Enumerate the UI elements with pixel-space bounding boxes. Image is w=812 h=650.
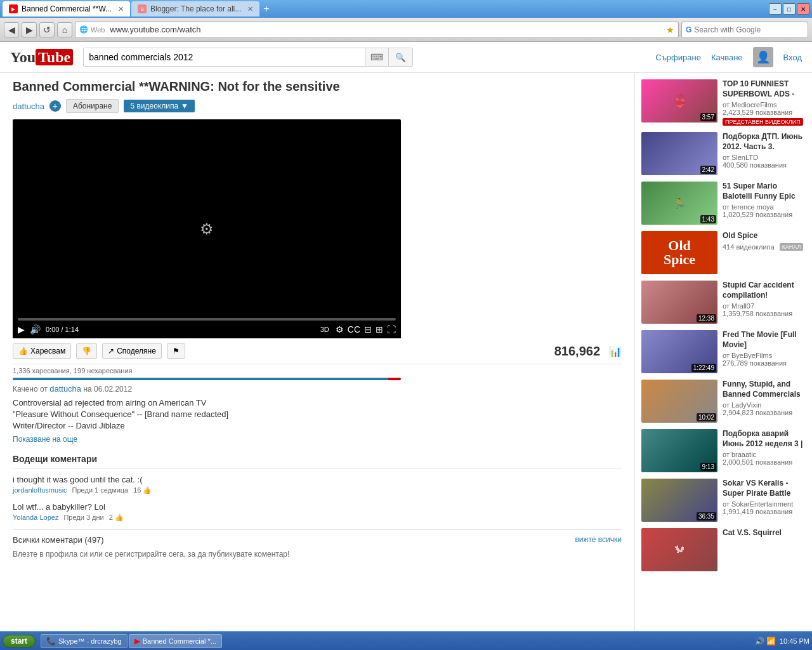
address-bar[interactable]: 🌐 Web ★	[75, 22, 679, 38]
video-count-button[interactable]: 5 видеоклипа ▼	[124, 100, 195, 112]
browser-window: ▶ Banned Commercial **W... ✕ B Blogger: …	[0, 0, 812, 650]
bookmark-star[interactable]: ★	[666, 25, 674, 35]
taskbar-right: 🔊 📶 10:45 PM	[755, 637, 809, 646]
forward-button[interactable]: ▶	[22, 22, 37, 37]
sidebar-video-6[interactable]: 1:22:49 Fred The Movie [Full Movie] от B…	[641, 330, 806, 373]
volume-button[interactable]: 🔊	[30, 324, 41, 335]
keyboard-button[interactable]: ⌨	[365, 48, 388, 66]
sidebar-thumb-2: 2:42	[641, 132, 717, 175]
comment-author-1[interactable]: jordanloftusmusic	[13, 486, 67, 494]
youtube-search[interactable]: ⌨ 🔍	[83, 48, 413, 67]
old-spice-logo: OldSpice	[664, 239, 695, 267]
address-input[interactable]	[110, 25, 664, 34]
subscribe-plus-button[interactable]: +	[49, 100, 61, 112]
youtube-logo[interactable]: YouTube	[10, 49, 73, 66]
sidebar-thumb-7: 10:02	[641, 380, 717, 423]
show-more-link[interactable]: Показване на още	[13, 435, 622, 444]
youtube-header: YouTube ⌨ 🔍 Сърфиране Качване 👤 Вход	[0, 42, 812, 73]
sidebar-video-2[interactable]: 2:42 Подборка ДТП. Июнь 2012. Часть 3. о…	[641, 132, 806, 175]
subscribe-button[interactable]: Абониране	[66, 99, 119, 113]
sidebar-views-7: 2,904,823 показвания	[723, 409, 806, 416]
back-button[interactable]: ◀	[4, 22, 19, 37]
settings-button[interactable]: ⚙	[336, 324, 344, 335]
tab-favicon-1: ▶	[9, 4, 18, 13]
sidebar-thumb-3: 🏃 1:43	[641, 182, 717, 225]
sidebar-video-1[interactable]: 👙 3:57 TOP 10 FUNNIEST SUPERBOWL ADS - о…	[641, 79, 806, 126]
sidebar-title-10: Cat V.S. Squirrel	[723, 528, 806, 538]
stats-icon[interactable]: 📊	[609, 345, 622, 357]
active-tab[interactable]: ▶ Banned Commercial **W... ✕	[3, 1, 130, 17]
sidebar-info-10: Cat V.S. Squirrel	[723, 528, 806, 571]
logo-tube: Tube	[36, 49, 73, 65]
upload-on-label: на	[83, 385, 94, 394]
share-button[interactable]: ↗ Споделяне	[102, 343, 162, 359]
sidebar-video-5[interactable]: 12:38 Stupid Car accident compilation! о…	[641, 281, 806, 324]
sidebar: 👙 3:57 TOP 10 FUNNIEST SUPERBOWL ADS - о…	[634, 73, 812, 631]
share-icon: ↗	[108, 347, 114, 355]
sidebar-title-1: TOP 10 FUNNIEST SUPERBOWL ADS -	[723, 79, 806, 99]
thumb-duration-5: 12:38	[697, 314, 716, 322]
video-player[interactable]: ⚙ ▶ 🔊 0:00 / 1:14	[13, 119, 401, 338]
all-comments-title: Всички коментари (497)	[13, 535, 104, 545]
time-display: 0:00 / 1:14	[46, 326, 79, 333]
search-input[interactable]	[694, 25, 804, 34]
sidebar-thumb-10: 🐿	[641, 528, 717, 571]
comment-input-row: Влезте в профила си или се регистрирайте…	[13, 550, 622, 559]
sidebar-views-8: 2,000,501 показвания	[723, 458, 806, 466]
progress-bar[interactable]	[18, 318, 396, 321]
sidebar-info-9: Sokar VS Keralis - Super Pirate Battle о…	[723, 479, 806, 522]
title-bar: ▶ Banned Commercial **W... ✕ B Blogger: …	[0, 0, 812, 18]
tab-close-1[interactable]: ✕	[118, 5, 124, 13]
comment-item-2: Lol wtf... a babykiller? Lol Yolanda Lop…	[13, 502, 622, 522]
featured-badge-1: ПРЕДСТАВЕН ВИДЕОКЛИП	[723, 118, 803, 126]
like-button[interactable]: 👍 Харесвам	[13, 343, 71, 359]
sidebar-video-3[interactable]: 🏃 1:43 51 Super Mario Balotelli Funny Ep…	[641, 182, 806, 225]
small-player-button[interactable]: ⊟	[364, 324, 372, 335]
3d-button[interactable]: 3D	[318, 324, 332, 335]
comment-author-2[interactable]: Yolanda Lopez	[13, 514, 58, 521]
play-button[interactable]: ▶	[18, 324, 25, 335]
flag-button[interactable]: ⚑	[167, 343, 185, 359]
minimize-button[interactable]: −	[769, 3, 782, 15]
sidebar-video-8[interactable]: 9:13 Подборка аварий Июнь 2012 неделя 3 …	[641, 429, 806, 472]
sidebar-channel-1: от MediocreFilms	[723, 101, 806, 109]
inactive-tab[interactable]: B Blogger: The place for all... ✕	[131, 1, 259, 17]
time-total: 1:14	[65, 326, 79, 333]
sidebar-video-10[interactable]: 🐿 Cat V.S. Squirrel	[641, 528, 806, 571]
fullscreen-button[interactable]: ⛶	[387, 324, 396, 335]
close-button[interactable]: ✕	[797, 3, 809, 15]
sidebar-info-5: Stupid Car accident compilation! от Mral…	[723, 281, 806, 324]
user-avatar[interactable]: 👤	[753, 47, 773, 67]
upload-date: 06.02.2012	[94, 385, 132, 394]
comment-text-1: i thought it was good until the cat. :(	[13, 475, 622, 484]
reload-button[interactable]: ↺	[39, 22, 55, 37]
maximize-button[interactable]: □	[783, 3, 796, 15]
window-controls: − □ ✕	[769, 3, 809, 15]
search-bar[interactable]: G	[681, 22, 808, 38]
view-all-link[interactable]: вижте всички	[575, 535, 622, 544]
right-controls: 3D ⚙ CC ⊟ ⊞ ⛶	[318, 324, 396, 335]
sidebar-channel-8: от braaatic	[723, 451, 806, 458]
upload-link[interactable]: Качване	[711, 53, 743, 62]
like-count-1: 16	[133, 486, 141, 494]
taskbar-item-2[interactable]: ▶ Banned Commercial *...	[129, 634, 222, 648]
search-button[interactable]: 🔍	[388, 48, 412, 66]
sidebar-video-7[interactable]: 10:02 Funny, Stupid, and Banned Commerci…	[641, 380, 806, 423]
sidebar-video-9[interactable]: 36:35 Sokar VS Keralis - Super Pirate Ba…	[641, 479, 806, 522]
youtube-search-input[interactable]	[84, 48, 365, 66]
captions-button[interactable]: CC	[348, 324, 360, 335]
channel-name[interactable]: dattucha	[13, 102, 44, 111]
theater-button[interactable]: ⊞	[376, 324, 383, 335]
uploader-link[interactable]: dattucha	[49, 384, 81, 394]
taskbar-item-1[interactable]: 📞 Skype™ - drcrazybg	[41, 634, 128, 648]
tab-close-2[interactable]: ✕	[247, 5, 253, 13]
tab-favicon-2: B	[138, 4, 147, 13]
home-button[interactable]: ⌂	[57, 22, 72, 37]
start-button[interactable]: start	[3, 635, 36, 647]
surf-link[interactable]: Сърфиране	[655, 53, 701, 62]
sidebar-video-4[interactable]: OldSpice Old Spice 414 видеоклипа КАНАЛ	[641, 231, 806, 274]
new-tab-button[interactable]: +	[259, 3, 273, 15]
sidebar-views-2: 400,580 показвания	[723, 161, 806, 169]
login-link[interactable]: Вход	[783, 53, 802, 62]
dislike-button[interactable]: 👎	[76, 343, 97, 359]
